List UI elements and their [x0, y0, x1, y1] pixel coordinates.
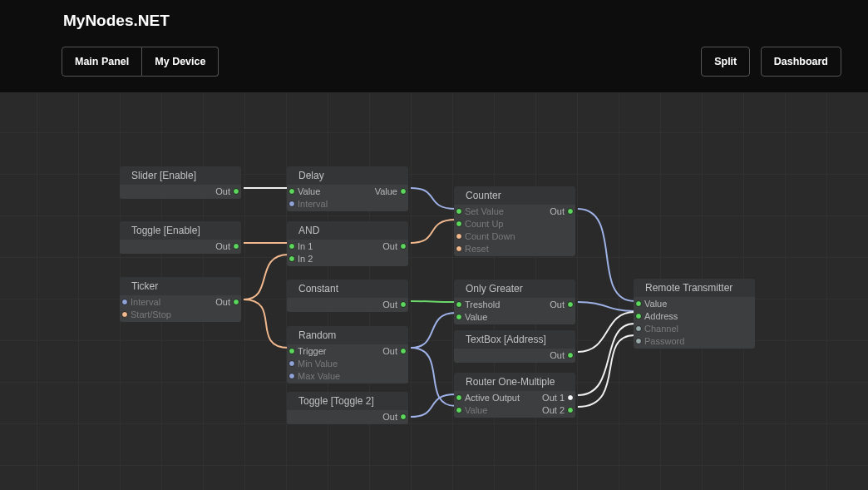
output-port-icon[interactable]	[567, 301, 574, 308]
output-port-icon[interactable]	[233, 243, 239, 250]
port-label: Max Value	[298, 371, 340, 381]
port-label: Min Value	[298, 359, 338, 369]
node-title: Constant	[287, 280, 408, 298]
input-port-icon[interactable]	[121, 311, 128, 318]
port-label: Value	[644, 299, 667, 309]
node-title: Slider [Enable]	[120, 166, 241, 185]
node-and[interactable]: AND In 1 Out In 2	[287, 221, 408, 266]
port-label: Trigger	[298, 346, 326, 356]
split-button[interactable]: Split	[701, 47, 750, 77]
node-ticker[interactable]: Ticker Interval Out Start/Stop	[120, 277, 241, 322]
node-toggle-2[interactable]: Toggle [Toggle 2] Out	[287, 392, 408, 424]
output-port-icon[interactable]	[567, 407, 574, 413]
input-port-icon[interactable]	[456, 208, 462, 215]
node-title: Only Greater	[454, 280, 575, 298]
brand-title: MyNodes.NET	[0, 12, 868, 47]
node-counter[interactable]: Counter Set Value Out Count Up Count Dow…	[454, 186, 575, 256]
output-port-icon[interactable]	[400, 301, 407, 308]
port-label: Interval	[131, 297, 160, 307]
input-port-icon[interactable]	[635, 325, 642, 332]
input-port-icon[interactable]	[456, 407, 462, 413]
dashboard-button[interactable]: Dashboard	[761, 47, 841, 77]
output-port-icon[interactable]	[233, 188, 239, 195]
output-port-icon[interactable]	[400, 188, 407, 195]
port-label: Out	[382, 241, 397, 251]
port-label: Count Down	[465, 231, 515, 241]
output-port-icon[interactable]	[400, 348, 407, 354]
input-port-icon[interactable]	[635, 313, 642, 319]
port-label: Channel	[644, 324, 678, 334]
node-title: Random	[287, 326, 408, 344]
node-canvas[interactable]: Slider [Enable] Out Toggle [Enable] Out …	[0, 92, 868, 490]
port-label: Reset	[465, 244, 489, 254]
input-port-icon[interactable]	[456, 233, 462, 240]
port-label: Out 2	[542, 405, 565, 415]
port-label: Out	[215, 297, 230, 307]
port-label: Out	[215, 186, 230, 196]
input-port-icon[interactable]	[635, 338, 642, 344]
input-port-icon[interactable]	[456, 220, 462, 227]
port-label: Out	[382, 346, 397, 356]
port-label: Value	[298, 186, 320, 196]
port-label: Out	[382, 299, 397, 309]
output-port-icon[interactable]	[400, 243, 407, 250]
port-label: Password	[644, 336, 684, 346]
input-port-icon[interactable]	[456, 314, 462, 320]
port-label: Out	[550, 299, 565, 309]
port-label: Value	[465, 312, 487, 322]
node-title: Counter	[454, 186, 575, 205]
input-port-icon[interactable]	[456, 394, 462, 401]
port-label: Active Output	[465, 393, 520, 403]
port-label: Set Value	[465, 206, 504, 216]
node-title: TextBox [Address]	[454, 330, 575, 349]
port-label: Interval	[298, 199, 328, 209]
node-title: Router One-Multiple	[454, 373, 575, 391]
input-port-icon[interactable]	[289, 255, 295, 262]
input-port-icon[interactable]	[635, 300, 642, 307]
node-remote-transmitter[interactable]: Remote Transmitter Value Address Channel…	[634, 279, 755, 349]
input-port-icon[interactable]	[289, 188, 295, 195]
node-random[interactable]: Random Trigger Out Min Value Max Value	[287, 326, 408, 384]
input-port-icon[interactable]	[289, 360, 295, 367]
right-buttons: Split Dashboard	[694, 47, 841, 77]
node-only-greater[interactable]: Only Greater Treshold Out Value	[454, 280, 575, 324]
port-label: Out	[550, 206, 565, 216]
node-title: Delay	[287, 166, 408, 185]
node-title: Toggle [Enable]	[120, 221, 241, 240]
output-port-icon[interactable]	[400, 413, 407, 420]
app-header: MyNodes.NET Main Panel My Device Split D…	[0, 0, 868, 92]
node-toggle-enable[interactable]: Toggle [Enable] Out	[120, 221, 241, 254]
input-port-icon[interactable]	[289, 348, 295, 354]
port-label: Value	[375, 186, 397, 196]
input-port-icon[interactable]	[289, 200, 295, 207]
node-textbox-address[interactable]: TextBox [Address] Out	[454, 330, 575, 363]
output-port-icon[interactable]	[567, 394, 574, 401]
toolbar: Main Panel My Device Split Dashboard	[0, 47, 868, 77]
output-port-icon[interactable]	[567, 208, 574, 215]
port-label: In 2	[298, 254, 313, 264]
input-port-icon[interactable]	[289, 243, 295, 250]
port-label: Address	[644, 311, 678, 321]
node-delay[interactable]: Delay Value Value Interval	[287, 166, 408, 211]
node-title: Ticker	[120, 277, 241, 295]
port-label: Count Up	[465, 219, 503, 229]
node-title: Remote Transmitter	[634, 279, 755, 297]
port-label: In 1	[298, 241, 313, 251]
node-constant[interactable]: Constant Out	[287, 280, 408, 312]
input-port-icon[interactable]	[456, 245, 462, 252]
port-label: Treshold	[465, 299, 500, 309]
my-device-button[interactable]: My Device	[142, 47, 219, 77]
port-label: Out	[215, 241, 230, 251]
output-port-icon[interactable]	[567, 352, 574, 359]
port-label: Start/Stop	[131, 309, 171, 319]
port-label: Out 1	[542, 393, 565, 403]
input-port-icon[interactable]	[121, 299, 128, 305]
node-title: Toggle [Toggle 2]	[287, 392, 408, 410]
output-port-icon[interactable]	[233, 299, 239, 305]
node-router[interactable]: Router One-Multiple Active Output Out 1 …	[454, 373, 575, 418]
main-panel-button[interactable]: Main Panel	[62, 47, 142, 77]
node-slider[interactable]: Slider [Enable] Out	[120, 166, 241, 199]
port-label: Value	[465, 405, 487, 415]
input-port-icon[interactable]	[289, 373, 295, 379]
input-port-icon[interactable]	[456, 301, 462, 308]
